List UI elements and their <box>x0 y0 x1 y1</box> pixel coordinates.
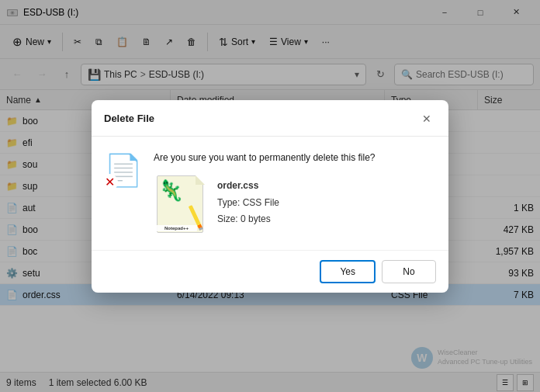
modal-overlay: Delete File ✕ 📄 ✕ Are you sure you want … <box>0 0 540 392</box>
modal-filename: order.css <box>217 178 279 195</box>
no-button[interactable]: No <box>382 260 436 283</box>
yes-button[interactable]: Yes <box>320 260 376 283</box>
chameleon-icon: 🦎 <box>158 179 183 203</box>
modal-content-right: Are you sure you want to permanently del… <box>154 152 436 234</box>
notepadpp-label: Notepad++ <box>156 225 197 231</box>
page-fold <box>196 175 205 185</box>
modal-question: Are you sure you want to permanently del… <box>154 152 436 163</box>
modal-file-size: Size: 0 bytes <box>217 211 279 228</box>
modal-body: 📄 ✕ Are you sure you want to permanently… <box>92 137 448 250</box>
file-delete-icon-wrapper: 📄 ✕ <box>104 152 141 189</box>
modal-file-preview: 🦎 Notepad++ order.css Type: CSS File Siz… <box>154 172 436 234</box>
delete-file-modal: Delete File ✕ 📄 ✕ Are you sure you want … <box>92 100 448 293</box>
modal-file-details: order.css Type: CSS File Size: 0 bytes <box>217 178 279 228</box>
modal-file-type: Type: CSS File <box>217 195 279 212</box>
delete-badge-icon: ✕ <box>101 174 118 191</box>
modal-title: Delete File <box>104 113 154 124</box>
modal-title-bar: Delete File ✕ <box>92 100 448 137</box>
modal-buttons: Yes No <box>92 250 448 293</box>
modal-close-button[interactable]: ✕ <box>417 109 436 128</box>
notepadpp-icon: 🦎 Notepad++ <box>154 172 208 234</box>
